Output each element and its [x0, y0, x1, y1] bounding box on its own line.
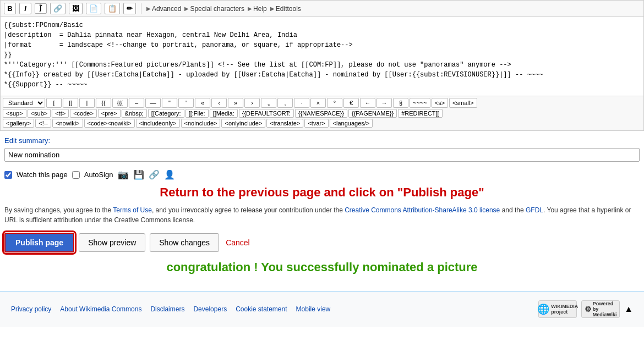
edittools-label: Edittools [276, 5, 301, 13]
sp-noinclude[interactable]: <noinclude> [181, 119, 221, 128]
editor-area: {{subst:FPCnom/Basic |description = Dahl… [0, 17, 644, 96]
sp-onlyinclude[interactable]: <onlyinclude> [221, 119, 265, 128]
sp-media[interactable]: [[Media: [210, 109, 238, 118]
sp-comment[interactable]: <!-- [35, 119, 51, 128]
help-arrow: ▶ [248, 6, 252, 12]
sp-rsaquo[interactable]: › [244, 98, 260, 108]
footer-link-cookie[interactable]: Cookie statement [236, 305, 287, 313]
sp-bracket-single[interactable]: [ [46, 98, 62, 108]
sp-rarrow[interactable]: → [376, 98, 392, 108]
watch-checkbox[interactable] [4, 171, 12, 179]
image-button[interactable]: 🖼 [69, 3, 83, 14]
edittools-arrow: ▶ [270, 6, 275, 12]
sp-translate[interactable]: <translate> [266, 119, 303, 128]
sp-section[interactable]: § [393, 98, 408, 108]
wikimedia-logo: 🌐 WIKIMEDIA project [538, 300, 577, 318]
legal-middle: , and you irrevocably agree to release y… [152, 206, 345, 214]
special-chars-arrow: ▶ [184, 6, 189, 12]
cc-link[interactable]: Creative Commons Attribution-ShareAlike … [345, 206, 500, 214]
sp-bsquote[interactable]: ‚ [277, 98, 293, 108]
sp-bdquote[interactable]: „ [261, 98, 276, 108]
show-preview-button[interactable]: Show preview [79, 233, 145, 252]
action-buttons: Publish page Show preview Show changes C… [0, 228, 644, 258]
sp-code[interactable]: <code> [70, 109, 97, 118]
sp-category[interactable]: [[Category: [148, 109, 184, 118]
show-changes-button[interactable]: Show changes [150, 233, 219, 252]
sp-degree[interactable]: ° [327, 98, 342, 108]
watch-icon-1: 📷 [118, 169, 129, 180]
watch-icon-4: 👤 [164, 169, 175, 180]
sp-lsaquo[interactable]: ‹ [211, 98, 227, 108]
autosign-label: AutoSign [84, 171, 113, 179]
sp-bracket-double[interactable]: [[ [63, 98, 78, 108]
help-link[interactable]: ▶ Help [248, 5, 267, 13]
edittools-link[interactable]: ▶ Edittools [270, 5, 301, 13]
sp-laquo[interactable]: « [195, 98, 210, 108]
sp-redirect[interactable]: #REDIRECT[[ [398, 109, 442, 118]
edit-summary-input[interactable] [4, 148, 640, 162]
legal-and: and the [500, 206, 526, 214]
advanced-link[interactable]: ▶ Advanced [146, 5, 181, 13]
sp-defaultsort[interactable]: {{DEFAULTSORT: [239, 109, 294, 118]
bold-button[interactable]: B [4, 3, 16, 14]
footer-link-privacy[interactable]: Privacy policy [11, 305, 51, 313]
sp-file[interactable]: [[:File: [185, 109, 209, 118]
sp-pagename[interactable]: {{PAGENAME}} [348, 109, 397, 118]
sp-code-nowiki[interactable]: <code><nowiki> [84, 119, 135, 128]
signature-button[interactable]: ʃ̄ [35, 3, 47, 14]
sp-en-dash[interactable]: – [129, 98, 144, 108]
footer: Privacy policy About Wikimedia Commons D… [0, 291, 644, 327]
goto-top-icon[interactable]: ▲ [624, 304, 633, 314]
sp-languages[interactable]: <languages/> [330, 119, 373, 128]
separator-1 [141, 3, 141, 14]
sp-em-dash[interactable]: — [145, 98, 161, 108]
sp-namespace[interactable]: {{NAMESPACE}} [295, 109, 347, 118]
sp-triple-brace[interactable]: {{{ [112, 98, 128, 108]
sp-tvar[interactable]: <tvar> [304, 119, 328, 128]
edit-summary-section: Edit summary: [0, 131, 644, 167]
sp-s-tag[interactable]: <s> [432, 98, 448, 108]
footer-link-developers[interactable]: Developers [193, 305, 227, 313]
sp-double-brace[interactable]: {{ [96, 98, 111, 108]
sp-tildes[interactable]: ~~~~ [410, 98, 430, 108]
file-button[interactable]: 📄 [86, 3, 101, 14]
sp-gallery[interactable]: <gallery> [3, 119, 34, 128]
autosign-checkbox[interactable] [72, 171, 80, 179]
standard-dropdown[interactable]: Standard [3, 98, 45, 108]
sp-euro[interactable]: € [343, 98, 359, 108]
template-button[interactable]: 📋 [105, 3, 120, 14]
italic-button[interactable]: I [19, 3, 31, 14]
sp-middot[interactable]: · [294, 98, 309, 108]
sp-nowiki[interactable]: <nowiki> [52, 119, 83, 128]
special-chars-link[interactable]: ▶ Special characters [184, 5, 244, 13]
special-row-2: <sup> <sub> <tt> <code> <pre> &nbsp; [[C… [3, 109, 641, 118]
sp-sup[interactable]: <sup> [3, 109, 26, 118]
gfdl-link[interactable]: GFDL [526, 206, 543, 214]
sp-includeonly[interactable]: <includeonly> [136, 119, 180, 128]
sp-larrow[interactable]: ← [360, 98, 375, 108]
sp-ldquote[interactable]: " [162, 98, 177, 108]
sp-sub[interactable]: <sub> [28, 109, 51, 118]
terms-link[interactable]: Terms of Use [113, 206, 152, 214]
editor-textarea[interactable]: {{subst:FPCnom/Basic |description = Dahl… [1, 17, 643, 94]
pencil-button[interactable]: ✏ [123, 3, 136, 14]
editor-toolbar: B I ʃ̄ 🔗 🖼 📄 📋 ✏ ▶ Advanced ▶ Special ch… [0, 0, 644, 17]
sp-pre[interactable]: <pre> [98, 109, 121, 118]
sp-pipe[interactable]: | [79, 98, 95, 108]
watch-row: Watch this page AutoSign 📷 💾 🔗 👤 [0, 167, 644, 182]
sp-raquo[interactable]: » [228, 98, 243, 108]
sp-small-tag[interactable]: <small> [449, 98, 477, 108]
cancel-link[interactable]: Cancel [226, 238, 250, 247]
watch-icon-2: 💾 [133, 169, 144, 180]
sp-times[interactable]: × [310, 98, 326, 108]
sp-nbsp[interactable]: &nbsp; [122, 109, 147, 118]
footer-link-disclaimers[interactable]: Disclaimers [150, 305, 184, 313]
sp-tt[interactable]: <tt> [52, 109, 69, 118]
help-label: Help [253, 5, 267, 13]
congratulation-text: congratulation ! You successfully nomina… [0, 258, 644, 280]
publish-page-button[interactable]: Publish page [4, 233, 74, 252]
footer-link-about[interactable]: About Wikimedia Commons [60, 305, 141, 313]
link-button[interactable]: 🔗 [50, 3, 66, 14]
sp-lsquote[interactable]: ' [178, 98, 194, 108]
footer-link-mobile[interactable]: Mobile view [296, 305, 331, 313]
